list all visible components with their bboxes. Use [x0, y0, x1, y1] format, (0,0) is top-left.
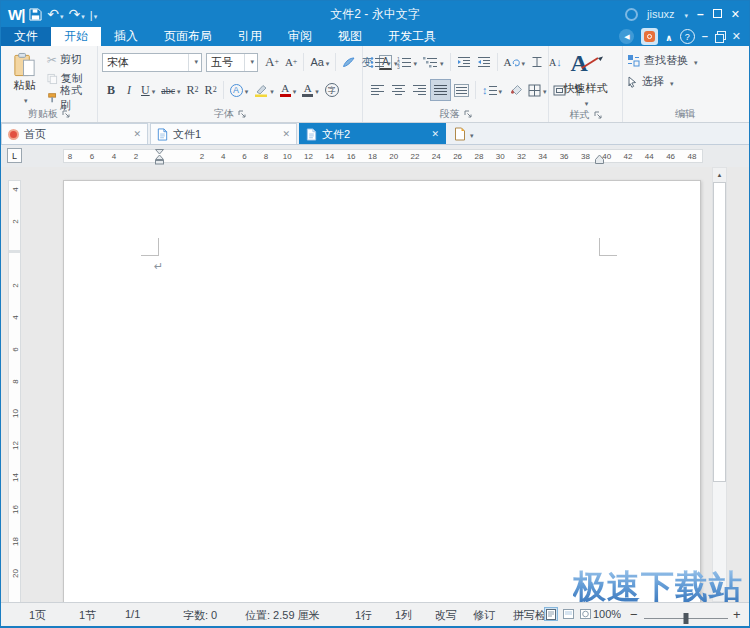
text-effects-button[interactable]: A — [227, 79, 252, 101]
increase-indent-button[interactable] — [474, 51, 494, 73]
align-left-button[interactable] — [367, 79, 388, 101]
tab-view[interactable]: 视图 — [325, 27, 375, 46]
paragraph-mark: ↵ — [154, 260, 163, 273]
scroll-up-button[interactable] — [713, 168, 726, 182]
tab-review[interactable]: 审阅 — [275, 27, 325, 46]
customize-qat-button[interactable] — [90, 8, 97, 21]
clipboard-dialog-launcher[interactable] — [62, 110, 70, 118]
v-ruler-band[interactable]: 422468101214161820 — [8, 180, 21, 602]
quick-styles-label: 快速样式 — [564, 81, 608, 96]
decrease-font-size-button[interactable]: A+ — [282, 51, 300, 73]
user-avatar[interactable] — [625, 8, 638, 21]
shading-button[interactable] — [505, 79, 525, 101]
superscript-button[interactable]: R2 — [202, 79, 220, 101]
doc-tab-close-icon[interactable] — [431, 129, 439, 139]
vertical-scrollbar[interactable] — [712, 167, 727, 602]
tab-references[interactable]: 引用 — [225, 27, 275, 46]
font-color-button[interactable]: A — [277, 79, 300, 101]
line-spacing-lines-icon — [489, 85, 497, 96]
app-window: W| 文件2 - 永中文字 jisuxz 文件 开始 插入 页面布局 引用 审阅… — [0, 0, 750, 628]
document-page[interactable]: ↵ — [63, 180, 701, 602]
doc-minimize-button[interactable] — [702, 31, 708, 42]
app-promo-button[interactable] — [641, 28, 658, 45]
undo-button[interactable] — [47, 7, 63, 21]
tab-stop-selector[interactable] — [7, 148, 22, 163]
new-document-button[interactable] — [448, 123, 480, 144]
tab-page-layout[interactable]: 页面布局 — [151, 27, 225, 46]
fullscreen-view-button[interactable] — [561, 607, 575, 621]
text-direction-button[interactable]: A — [501, 51, 528, 73]
tab-dev-tools[interactable]: 开发工具 — [375, 27, 449, 46]
maximize-button[interactable] — [713, 8, 722, 20]
adjust-width-icon — [531, 56, 543, 68]
line-spacing-button[interactable] — [479, 79, 505, 101]
scrollbar-thumb[interactable] — [713, 182, 726, 482]
strikethrough-button[interactable]: abc — [158, 79, 183, 101]
editing-group: 查找替换 选择 编辑 — [623, 46, 747, 122]
zoom-slider-handle[interactable] — [684, 613, 689, 624]
font-size-select[interactable]: 五号 — [206, 53, 258, 72]
phonetic-guide-button[interactable] — [339, 51, 358, 73]
tab-insert[interactable]: 插入 — [101, 27, 151, 46]
paste-button[interactable]: 粘贴 — [5, 50, 45, 107]
decrease-indent-button[interactable] — [454, 51, 474, 73]
numbering-button[interactable]: 123 — [394, 51, 421, 73]
doc-tab-document1[interactable]: 文件1 — [150, 123, 297, 144]
overwrite-toggle[interactable]: 改写 — [435, 608, 457, 623]
doc-close-button[interactable] — [732, 31, 741, 42]
styles-dialog-launcher[interactable] — [594, 111, 602, 119]
character-shading-button[interactable]: A — [299, 79, 322, 101]
zoom-slider-track[interactable] — [644, 618, 728, 619]
find-replace-button[interactable]: 查找替换 — [627, 53, 698, 68]
doc-tab-homepage[interactable]: 首页 — [1, 123, 148, 144]
distribute-button[interactable] — [451, 79, 472, 101]
web-layout-view-button[interactable] — [578, 607, 592, 621]
doc-restore-button[interactable] — [715, 31, 725, 43]
font-family-select[interactable]: 宋体 — [102, 53, 202, 72]
tab-file[interactable]: 文件 — [1, 27, 51, 46]
change-case-button[interactable]: Aa — [307, 51, 332, 73]
multilevel-list-button[interactable] — [420, 51, 447, 73]
subscript-button[interactable]: R2 — [184, 79, 202, 101]
doc-tab-document2-active[interactable]: 文件2 — [299, 123, 446, 144]
bullets-button[interactable] — [367, 51, 394, 73]
enclose-characters-button[interactable]: 字 — [322, 79, 342, 101]
borders-button[interactable] — [525, 79, 550, 101]
indent-markers-icon[interactable] — [155, 149, 164, 165]
close-button[interactable] — [731, 8, 740, 20]
format-painter-button[interactable]: 格式刷 — [45, 89, 93, 106]
italic-button[interactable]: I — [120, 79, 138, 101]
cut-button[interactable]: 剪切 — [45, 51, 93, 68]
revision-toggle[interactable]: 修订 — [473, 608, 495, 623]
font-dialog-launcher[interactable] — [238, 110, 246, 118]
increase-font-size-button[interactable]: A+ — [262, 51, 282, 73]
doc-tab-close-icon[interactable] — [282, 129, 290, 139]
quick-styles-button[interactable]: A 快速样式 — [555, 50, 617, 108]
minimize-button[interactable] — [697, 8, 704, 20]
paragraph-dialog-launcher[interactable] — [464, 110, 472, 118]
align-center-button[interactable] — [388, 79, 409, 101]
user-menu-caret-icon[interactable] — [684, 7, 689, 21]
bold-button[interactable]: B — [102, 79, 120, 101]
print-layout-view-button[interactable] — [544, 607, 558, 621]
justify-button[interactable] — [430, 79, 451, 101]
doc-tab-close-icon[interactable] — [133, 129, 141, 139]
save-button[interactable] — [29, 8, 42, 21]
copy-icon — [47, 73, 58, 85]
zoom-out-button[interactable] — [630, 607, 638, 622]
web-layout-icon — [580, 609, 591, 619]
back-circle-button[interactable] — [619, 29, 634, 44]
help-button[interactable] — [680, 29, 695, 44]
adjust-width-button[interactable] — [528, 51, 546, 73]
h-ruler-band[interactable]: 8642246810121416182022242628303234363840… — [63, 149, 703, 163]
underline-button[interactable]: U — [138, 79, 158, 101]
zoom-level[interactable]: 100% — [593, 608, 621, 620]
select-button[interactable]: 选择 — [627, 74, 698, 89]
redo-button[interactable] — [69, 7, 85, 21]
user-name[interactable]: jisuxz — [647, 8, 675, 20]
highlight-button[interactable] — [251, 79, 277, 101]
tab-home[interactable]: 开始 — [51, 27, 101, 46]
align-right-button[interactable] — [409, 79, 430, 101]
collapse-ribbon-button[interactable] — [665, 30, 672, 44]
zoom-in-button[interactable] — [733, 607, 741, 622]
